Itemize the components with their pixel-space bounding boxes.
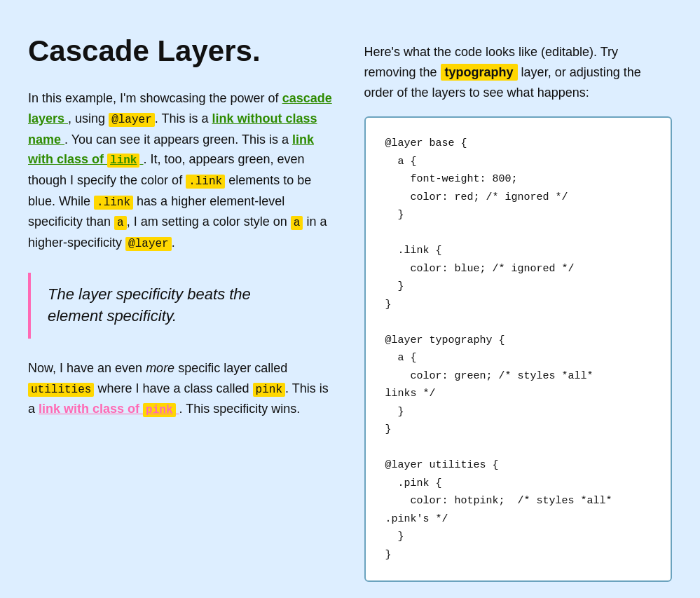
link-code-highlight: link [107,154,139,168]
page-wrapper: Cascade Layers. In this example, I'm sho… [0,0,700,598]
right-description: Here's what the code looks like (editabl… [364,42,673,102]
intro-text-1: In this example, I'm showcasing the powe… [28,91,279,105]
bottom-paragraph: Now, I have an even more specific layer … [28,358,336,420]
dot-link-code-2: .link [94,196,133,210]
blockquote-text: The layer specificity beats the element … [48,284,336,327]
right-column: Here's what the code looks like (editabl… [364,35,673,582]
a-code-2: a [291,216,303,230]
code-content: @layer base { a { font-weight: 800; colo… [385,137,612,561]
dot-link-code-1: .link [186,175,225,189]
code-editor[interactable]: @layer base { a { font-weight: 800; colo… [364,116,673,582]
at-layer-code-1: @layer [109,113,155,127]
typography-highlight: typography [441,64,518,81]
a-code-1: a [114,216,127,230]
at-layer-code-2: @layer [125,237,172,251]
page-title: Cascade Layers. [28,35,336,67]
pink-code: pink [253,383,285,397]
intro-paragraph: In this example, I'm showcasing the powe… [28,88,336,253]
utilities-code: utilities [28,383,94,397]
left-column: Cascade Layers. In this example, I'm sho… [28,35,336,582]
blockquote: The layer specificity beats the element … [28,273,336,339]
pink-highlight: pink [143,403,175,417]
link-with-class-pink[interactable]: link with class of pink [39,402,179,416]
